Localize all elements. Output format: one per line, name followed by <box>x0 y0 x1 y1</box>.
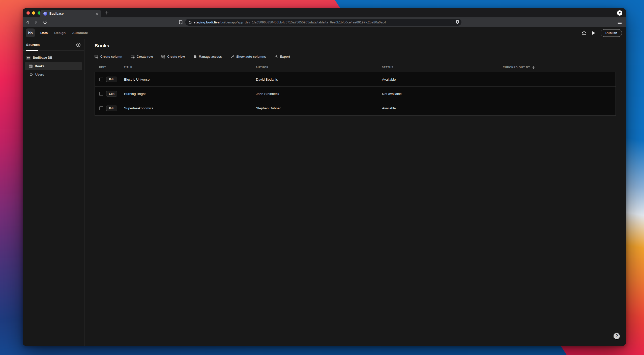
table-row[interactable]: Edit Burning Bright John Steinbeck Not a… <box>95 87 616 101</box>
sidebar-item-books[interactable]: Books <box>25 62 82 70</box>
undo-icon[interactable] <box>581 31 587 35</box>
url-path: /builder/app/app_dev_1fa65096b850455bb4c… <box>220 20 386 24</box>
status-cell: Not available <box>378 87 499 101</box>
edit-row-button[interactable]: Edit <box>106 106 117 111</box>
tab-data[interactable]: Data <box>40 27 48 39</box>
sources-sidebar: Sources bb Budibase DB <box>23 39 84 346</box>
tab-search-button[interactable] <box>617 10 622 16</box>
edit-cell: Edit <box>95 101 120 115</box>
column-header-edit: EDIT <box>95 66 120 69</box>
manage-access-button[interactable]: Manage access <box>193 55 222 58</box>
row-checkbox[interactable] <box>99 106 103 110</box>
title-cell: Electric Universe <box>120 72 252 86</box>
author-cell: David Bodanis <box>252 72 378 86</box>
download-icon <box>275 55 278 58</box>
url-text: staging.budi.live/builder/app/app_dev_1f… <box>194 20 386 24</box>
add-source-icon[interactable] <box>76 43 81 47</box>
row-checkbox[interactable] <box>99 92 103 96</box>
title-cell: Burning Bright <box>120 87 252 101</box>
show-auto-columns-button[interactable]: Show auto columns <box>230 55 266 58</box>
tab-design[interactable]: Design <box>54 27 66 39</box>
create-row-button[interactable]: Create row <box>131 55 153 58</box>
budibase-app: bb Data Design Automate Publish <box>23 27 626 346</box>
table-icon <box>29 64 33 68</box>
sources-active-underline <box>26 50 38 51</box>
page-title: Books <box>95 43 616 49</box>
close-window-button[interactable] <box>26 11 30 15</box>
checked-out-by-cell <box>499 72 616 86</box>
sidebar-item-users[interactable]: Users <box>23 71 84 78</box>
row-checkbox[interactable] <box>99 78 103 81</box>
budibase-logo[interactable]: bb <box>26 28 35 37</box>
table-header-row: EDIT TITLE AUTHOR STATUS CHECKED OUT BY <box>95 64 616 70</box>
back-icon[interactable] <box>25 20 30 24</box>
edit-row-button[interactable]: Edit <box>106 77 117 82</box>
create-view-button[interactable]: Create view <box>161 55 185 58</box>
create-column-button[interactable]: Create column <box>95 55 122 58</box>
checked-out-by-cell <box>499 101 616 115</box>
publish-button[interactable]: Publish <box>601 29 622 37</box>
help-button[interactable]: ? <box>613 333 620 340</box>
table-plus-icon <box>161 55 165 58</box>
toolbar-item-label: Create column <box>100 55 122 58</box>
browser-toolbar: staging.budi.live/builder/app/app_dev_1f… <box>23 17 626 27</box>
sidebar-item-label: Users <box>35 73 44 76</box>
browser-menu-icon[interactable] <box>618 20 622 24</box>
sources-header: Sources <box>23 39 84 51</box>
app-header: bb Data Design Automate Publish <box>23 27 626 39</box>
column-header-title[interactable]: TITLE <box>120 66 252 69</box>
edit-row-button[interactable]: Edit <box>106 91 117 96</box>
sidebar-item-budibase-db[interactable]: bb Budibase DB <box>23 54 84 61</box>
table-row[interactable]: Edit Electric Universe David Bodanis Ava… <box>95 72 616 87</box>
app-body: Sources bb Budibase DB <box>23 39 626 346</box>
sidebar-item-label: Budibase DB <box>33 56 52 59</box>
sidebar-item-label: Books <box>35 64 44 68</box>
app-nav: Data Design Automate <box>40 27 88 39</box>
toolbar-item-label: Create row <box>137 55 153 58</box>
export-button[interactable]: Export <box>275 55 290 58</box>
brave-shield-icon[interactable] <box>455 20 459 24</box>
sources-list: bb Budibase DB Books <box>23 51 84 78</box>
app-header-actions: Publish <box>581 29 622 37</box>
new-tab-button[interactable] <box>105 11 109 15</box>
table-plus-icon <box>95 55 98 58</box>
tab-title: Budibase <box>49 12 93 15</box>
column-header-author[interactable]: AUTHOR <box>252 66 378 69</box>
window-controls <box>26 11 41 15</box>
edit-cell: Edit <box>95 72 120 86</box>
sources-title: Sources <box>26 43 40 47</box>
reload-icon[interactable] <box>43 20 47 24</box>
browser-tab[interactable]: Budibase <box>40 10 101 17</box>
browser-tab-strip: Budibase <box>23 8 626 17</box>
author-cell: Stephen Dubner <box>252 101 378 115</box>
author-cell: John Steinbeck <box>252 87 378 101</box>
close-tab-icon[interactable] <box>96 12 98 15</box>
browser-window: Budibase <box>23 8 626 346</box>
bookmark-icon[interactable] <box>179 20 183 24</box>
column-header-checked-out-by[interactable]: CHECKED OUT BY <box>499 66 616 69</box>
minimize-window-button[interactable] <box>32 11 35 15</box>
toolbar-item-label: Show auto columns <box>236 55 266 58</box>
lock-icon <box>193 55 197 58</box>
table-row[interactable]: Edit Superfreakonomics Stephen Dubner Av… <box>95 101 616 115</box>
budibase-db-icon: bb <box>26 56 31 60</box>
url-domain: staging.budi.live <box>194 20 220 24</box>
wand-icon <box>230 55 234 58</box>
books-table: Edit Electric Universe David Bodanis Ava… <box>95 72 616 116</box>
toolbar-item-label: Manage access <box>199 55 222 58</box>
lock-icon <box>189 20 192 24</box>
user-icon <box>29 73 33 76</box>
sort-descending-icon[interactable] <box>532 66 535 69</box>
table-toolbar: Create column Create row C <box>95 55 616 58</box>
url-bar[interactable]: staging.budi.live/builder/app/app_dev_1f… <box>185 19 461 26</box>
table-content: Books Create column Create <box>84 39 626 346</box>
forward-icon[interactable] <box>34 20 38 24</box>
preview-play-icon[interactable] <box>592 31 596 35</box>
tab-automate[interactable]: Automate <box>72 27 88 39</box>
title-cell: Superfreakonomics <box>120 101 252 115</box>
toolbar-item-label: Create view <box>167 55 185 58</box>
table-plus-icon <box>131 55 135 58</box>
toolbar-item-label: Export <box>280 55 290 58</box>
url-bar-right <box>453 20 459 24</box>
column-header-status[interactable]: STATUS <box>378 66 499 69</box>
